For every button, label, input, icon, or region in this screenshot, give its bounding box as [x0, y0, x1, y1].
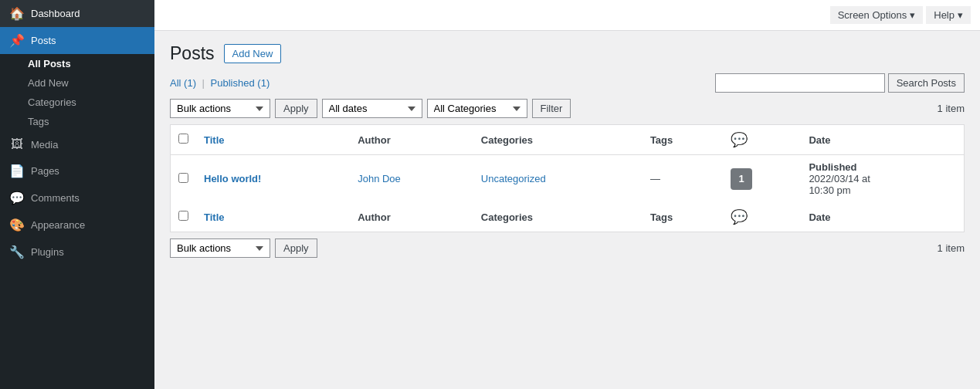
sidebar-item-dashboard[interactable]: 🏠 Dashboard [0, 0, 154, 27]
tags-column-header: Tags [643, 125, 723, 155]
select-all-header [171, 125, 197, 155]
sidebar-item-label: Posts [31, 35, 56, 46]
filter-links: All (1) | Published (1) [170, 77, 270, 89]
topbar: Screen Options ▾ Help ▾ [154, 0, 980, 31]
top-item-count: 1 item [938, 103, 965, 114]
sidebar-sub-item-add-new[interactable]: Add New [0, 73, 154, 93]
add-new-button[interactable]: Add New [224, 44, 282, 63]
title-column-header: Title [196, 125, 350, 155]
screen-options-label: Screen Options [838, 9, 907, 21]
footer-title-header: Title [196, 202, 350, 232]
appearance-icon: 🎨 [9, 218, 25, 232]
post-date-status: Published [809, 161, 956, 173]
footer-author-header: Author [350, 202, 473, 232]
title-sort-link[interactable]: Title [204, 134, 225, 146]
posts-table: Title Author Categories Tags 💬 Date [170, 124, 965, 232]
table-row: Hello world! John Doe Uncategorized — 1 [171, 155, 965, 203]
sidebar-item-media[interactable]: 🖼 Media [0, 131, 154, 157]
sidebar-item-label: Comments [31, 192, 80, 204]
search-filter-row: All (1) | Published (1) Search Posts [170, 73, 965, 93]
help-chevron-icon: ▾ [958, 9, 963, 21]
post-author-cell: John Doe [350, 155, 473, 203]
sidebar-item-appearance[interactable]: 🎨 Appearance [0, 211, 154, 238]
content-area: Posts Add New All (1) | Published (1) Se… [154, 31, 980, 389]
post-date-time: 10:30 pm [809, 184, 956, 196]
post-categories-cell: Uncategorized [473, 155, 643, 203]
bottom-filters-row: Bulk actions Apply 1 item [170, 238, 965, 258]
bottom-bulk-actions-select[interactable]: Bulk actions [170, 238, 270, 258]
screen-options-chevron-icon: ▾ [910, 9, 915, 21]
filter-button[interactable]: Filter [532, 99, 571, 118]
sidebar-item-label: Media [31, 139, 58, 151]
comments-header-icon: 💬 [731, 132, 748, 147]
row-checkbox[interactable] [178, 173, 188, 183]
footer-select-all-header [171, 202, 197, 232]
categories-column-header: Categories [473, 125, 643, 155]
top-filters-row: Bulk actions Apply All dates All Categor… [170, 99, 965, 118]
page-title: Posts [170, 43, 215, 64]
media-icon: 🖼 [9, 137, 25, 151]
main-content: Screen Options ▾ Help ▾ Posts Add New Al… [154, 0, 980, 389]
row-checkbox-cell [171, 155, 197, 203]
help-label: Help [934, 9, 955, 21]
comments-icon: 💬 [9, 191, 25, 205]
comment-count-badge[interactable]: 1 [731, 168, 752, 190]
author-column-header: Author [350, 125, 473, 155]
comments-column-header: 💬 [723, 125, 801, 155]
top-apply-button[interactable]: Apply [275, 99, 317, 118]
table-header-row: Title Author Categories Tags 💬 Date [171, 125, 965, 155]
all-count: 1 [187, 77, 192, 89]
sidebar-sub-item-categories[interactable]: Categories [0, 93, 154, 112]
bottom-apply-button[interactable]: Apply [275, 238, 317, 258]
footer-comments-header: 💬 [723, 202, 801, 232]
all-dates-select[interactable]: All dates [322, 99, 422, 118]
post-title-cell: Hello world! [196, 155, 350, 203]
post-comments-cell: 1 [723, 155, 801, 203]
published-count: 1 [261, 77, 266, 89]
filter-separator: | [202, 77, 208, 89]
sidebar-item-label: Plugins [31, 246, 64, 258]
sidebar: 🏠 Dashboard 📌 Posts All Posts Add New Ca… [0, 0, 154, 389]
screen-options-button[interactable]: Screen Options ▾ [830, 6, 924, 24]
post-tags-value: — [650, 173, 660, 184]
post-author-link[interactable]: John Doe [358, 173, 401, 184]
bulk-actions-select[interactable]: Bulk actions [170, 99, 270, 118]
sidebar-item-label: Dashboard [31, 8, 80, 19]
post-category-link[interactable]: Uncategorized [481, 173, 546, 184]
pages-icon: 📄 [9, 164, 25, 178]
post-date-value: 2022/03/14 at [809, 173, 956, 184]
all-posts-filter-link[interactable]: All (1) [170, 77, 199, 89]
sidebar-item-pages[interactable]: 📄 Pages [0, 157, 154, 184]
sidebar-item-label: Appearance [31, 219, 85, 231]
post-tags-cell: — [643, 155, 723, 203]
help-button[interactable]: Help ▾ [926, 6, 971, 24]
sidebar-item-plugins[interactable]: 🔧 Plugins [0, 238, 154, 266]
page-header: Posts Add New [170, 43, 965, 64]
footer-comments-icon: 💬 [731, 209, 748, 225]
posts-icon: 📌 [9, 33, 25, 48]
bottom-item-count: 1 item [938, 242, 965, 254]
search-input[interactable] [715, 73, 885, 93]
all-categories-select[interactable]: All Categories [427, 99, 527, 118]
sidebar-sub-item-all-posts[interactable]: All Posts [0, 54, 154, 73]
select-all-checkbox[interactable] [178, 134, 188, 144]
footer-select-all-checkbox[interactable] [178, 211, 188, 221]
posts-submenu: All Posts Add New Categories Tags [0, 54, 154, 131]
post-title-link[interactable]: Hello world! [204, 173, 261, 184]
sidebar-sub-item-tags[interactable]: Tags [0, 112, 154, 131]
dashboard-icon: 🏠 [9, 6, 25, 21]
search-posts-button[interactable]: Search Posts [888, 73, 965, 93]
search-box: Search Posts [715, 73, 965, 93]
plugins-icon: 🔧 [9, 245, 25, 259]
table-footer-row: Title Author Categories Tags 💬 Date [171, 202, 965, 232]
sidebar-item-comments[interactable]: 💬 Comments [0, 184, 154, 211]
footer-tags-header: Tags [643, 202, 723, 232]
sidebar-item-posts[interactable]: 📌 Posts [0, 27, 154, 54]
date-column-header: Date [801, 125, 964, 155]
footer-date-header: Date [801, 202, 964, 232]
post-date-cell: Published 2022/03/14 at 10:30 pm [801, 155, 964, 203]
sidebar-item-label: Pages [31, 165, 59, 177]
published-filter-link[interactable]: Published (1) [211, 77, 270, 89]
footer-title-sort-link[interactable]: Title [204, 211, 225, 223]
footer-categories-header: Categories [473, 202, 643, 232]
